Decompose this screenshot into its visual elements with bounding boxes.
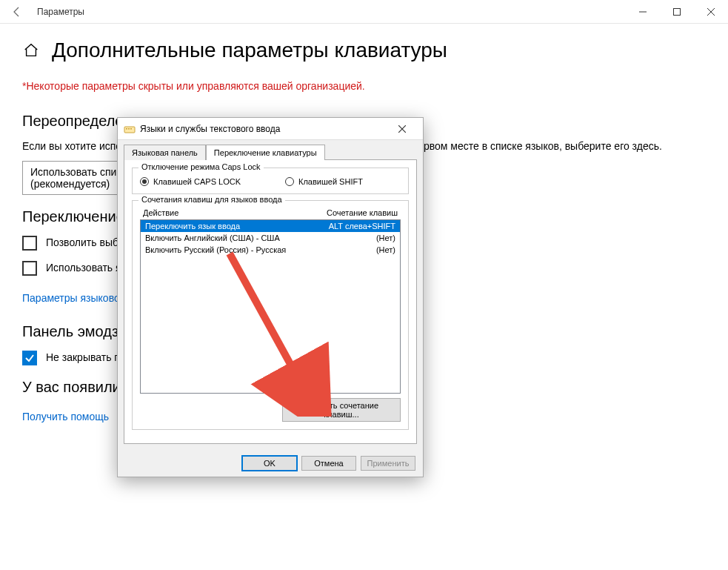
checkbox-langbar[interactable] <box>22 261 37 276</box>
list-row[interactable]: Включить Английский (США) - США (Нет) <box>141 232 400 244</box>
col-combo: Сочетание клавиш <box>327 208 398 217</box>
tab-language-bar[interactable]: Языковая панель <box>124 145 206 160</box>
close-button[interactable] <box>694 0 728 24</box>
dialog-close-button[interactable] <box>387 119 417 139</box>
policy-note: *Некоторые параметры скрыты или управляю… <box>22 80 706 92</box>
svg-rect-1 <box>674 8 681 15</box>
hotkey-list[interactable]: Переключить язык ввода ALT слева+SHIFT В… <box>140 219 401 394</box>
window-controls <box>626 0 728 24</box>
home-icon[interactable] <box>22 42 40 59</box>
radio-shift[interactable] <box>285 177 294 186</box>
row-action: Включить Русский (Россия) - Русская <box>145 245 286 254</box>
row-combo: (Нет) <box>376 233 395 242</box>
col-action: Действие <box>143 208 178 217</box>
group-hotkeys: Сочетания клавиш для языков ввода Действ… <box>132 200 409 430</box>
radio-shift-label: Клавишей SHIFT <box>298 177 363 186</box>
cancel-button[interactable]: Отмена <box>301 456 356 471</box>
group-capslock-title: Отключение режима Caps Lock <box>138 162 264 171</box>
group-capslock: Отключение режима Caps Lock Клавишей CAP… <box>132 168 409 194</box>
page-title: Дополнительные параметры клавиатуры <box>52 39 447 62</box>
back-button[interactable] <box>0 0 34 24</box>
dialog-title: Языки и службы текстового ввода <box>140 124 387 134</box>
dialog-titlebar: Языки и службы текстового ввода <box>118 118 423 140</box>
list-row[interactable]: Переключить язык ввода ALT слева+SHIFT <box>141 220 400 232</box>
list-row[interactable]: Включить Русский (Россия) - Русская (Нет… <box>141 244 400 256</box>
link-get-help[interactable]: Получить помощь <box>22 411 109 422</box>
svg-rect-3 <box>126 128 127 130</box>
row-action: Переключить язык ввода <box>145 222 240 231</box>
checkbox-per-window[interactable] <box>22 236 37 251</box>
row-combo: ALT слева+SHIFT <box>329 222 395 231</box>
text-services-dialog: Языки и службы текстового ввода Языковая… <box>117 117 424 477</box>
change-hotkey-button[interactable]: Сменить сочетание клавиш... <box>282 398 401 422</box>
svg-rect-2 <box>124 127 135 133</box>
keyboard-icon <box>124 123 136 135</box>
window-title: Параметры <box>37 7 84 17</box>
minimize-button[interactable] <box>626 0 660 24</box>
tab-keyboard-switch[interactable]: Переключение клавиатуры <box>206 145 325 160</box>
checkbox-emoji-autoclose[interactable] <box>22 351 37 365</box>
svg-rect-5 <box>130 128 132 130</box>
row-action: Включить Английский (США) - США <box>145 233 280 242</box>
window-titlebar: Параметры <box>0 0 728 24</box>
group-hotkeys-title: Сочетания клавиш для языков ввода <box>138 195 285 204</box>
svg-rect-4 <box>128 128 130 130</box>
maximize-button[interactable] <box>660 0 694 24</box>
radio-capslock[interactable] <box>140 177 149 186</box>
apply-button[interactable]: Применить <box>361 456 415 471</box>
row-combo: (Нет) <box>376 245 395 254</box>
ok-button[interactable]: OK <box>242 456 297 471</box>
radio-capslock-label: Клавишей CAPS LOCK <box>153 177 241 186</box>
